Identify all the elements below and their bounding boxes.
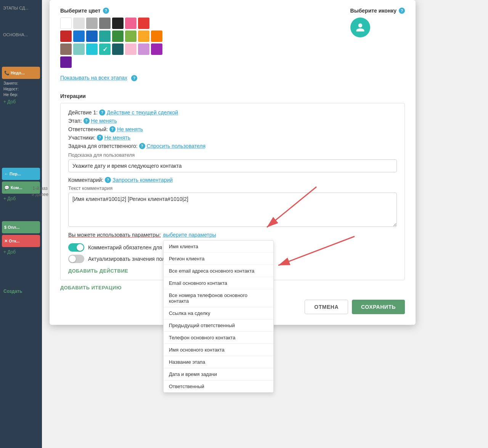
comment-value-link[interactable]: Запросить комментарий	[112, 177, 173, 183]
stage-text-2: Недост:	[2, 86, 40, 92]
add-btn-1[interactable]: + Доб	[2, 98, 40, 105]
responsible-help-icon[interactable]: ?	[109, 126, 116, 132]
params-row: Вы можете использовать параметры: выбери…	[68, 232, 397, 238]
color-swatch[interactable]	[125, 43, 136, 55]
color-swatch[interactable]	[86, 43, 98, 55]
color-swatch[interactable]	[86, 31, 98, 42]
stage-text-3: Не бер:	[2, 92, 40, 98]
color-row-1	[60, 18, 162, 29]
action-help-icon[interactable]: ?	[99, 109, 105, 116]
color-picker-label: Выберите цвет	[60, 8, 101, 14]
param-item-11[interactable]: Дата и время задачи	[164, 368, 273, 381]
stage-row: Этап: ? Не менять	[68, 118, 397, 124]
create-btn[interactable]: Создать	[2, 288, 40, 295]
param-item-10[interactable]: Название этапа	[164, 356, 273, 368]
color-swatch[interactable]	[73, 31, 85, 42]
color-swatch[interactable]	[151, 43, 162, 55]
participants-value-link[interactable]: Не менять	[104, 135, 130, 141]
color-swatch[interactable]	[60, 18, 72, 29]
icon-help-icon[interactable]: ?	[399, 8, 405, 14]
color-swatch[interactable]	[99, 31, 111, 42]
color-swatch[interactable]	[125, 31, 136, 42]
color-swatch[interactable]	[112, 43, 124, 55]
param-item-12[interactable]: Ответственный	[164, 381, 273, 392]
param-item-8[interactable]: Телефон основного контакта	[164, 332, 273, 344]
main-label: ОСНОВНА...	[0, 31, 42, 39]
params-link[interactable]: выберите параметры	[163, 232, 216, 238]
param-item-5[interactable]: Все номера телефонов основного контакта	[164, 289, 273, 307]
color-swatch[interactable]	[99, 18, 111, 29]
color-swatch[interactable]	[151, 31, 162, 42]
toggle-comment[interactable]	[68, 243, 84, 252]
toggle-actualize-label: Актуализировать значения полей...	[88, 256, 175, 262]
task-value-link[interactable]: Спросить пользователя	[147, 143, 205, 149]
stage-label: Этап:	[68, 118, 82, 124]
responsible-row: Ответственный: ? Не менять	[68, 126, 397, 132]
stage-phone[interactable]: 📞 Недо...	[2, 67, 40, 79]
comment-textarea[interactable]: [Имя клиента#1001|2] [Регион клиента#101…	[68, 193, 397, 227]
color-swatch[interactable]	[86, 18, 98, 29]
color-help-icon[interactable]: ?	[103, 8, 109, 14]
comment-label: Комментарий:	[68, 177, 103, 183]
color-row-4	[60, 56, 162, 68]
comment-text-label: Текст комментария	[68, 185, 397, 191]
comment-help-icon[interactable]: ?	[105, 177, 111, 183]
color-swatch[interactable]	[73, 18, 85, 29]
hint-input[interactable]	[68, 159, 397, 172]
add-action-btn[interactable]: ДОБАВИТЬ ДЕЙСТВИЕ	[68, 268, 128, 274]
action-row: Действие 1: ? Действие с текущей сделкой	[68, 109, 397, 116]
add-btn-3[interactable]: + Доб	[2, 249, 40, 255]
save-button[interactable]: СОХРАНИТЬ	[352, 300, 405, 314]
participants-label: Участники:	[68, 135, 95, 141]
responsible-value-link[interactable]: Не менять	[117, 126, 143, 132]
action-value-link[interactable]: Действие с текущей сделкой	[107, 109, 178, 116]
params-label: Вы можете использовать параметры:	[68, 232, 161, 238]
param-item-9[interactable]: Имя основного контакта	[164, 344, 273, 356]
color-swatch[interactable]	[60, 31, 72, 42]
icon-picker-section: Выберите иконку ?	[350, 8, 405, 68]
stage-value-link[interactable]: Не менять	[91, 118, 117, 124]
stage-payment[interactable]: $ Опл...	[2, 221, 40, 233]
icon-preview[interactable]	[350, 18, 370, 37]
show-all-stages-link[interactable]: Показывать на всех этапах	[60, 75, 127, 81]
stage-reject[interactable]: ✕ Отк...	[2, 235, 40, 247]
param-item-7[interactable]: Предыдущий ответственный	[164, 320, 273, 332]
icon-header: Выберите иконку ?	[350, 8, 405, 14]
iteration-badge: 1-й раз и далее	[32, 185, 48, 198]
color-swatch[interactable]	[138, 31, 149, 42]
participants-row: Участники: ? Не менять	[68, 135, 397, 141]
stage-help-icon[interactable]: ?	[83, 118, 90, 124]
participants-help-icon[interactable]: ?	[97, 135, 103, 141]
responsible-label: Ответственный:	[68, 126, 108, 132]
task-row: Задача для ответственного: ? Спросить по…	[68, 143, 397, 149]
param-item-4[interactable]: Email основного контакта	[164, 277, 273, 289]
color-picker-section: Выберите цвет ?	[60, 8, 162, 68]
color-swatch[interactable]	[112, 18, 124, 29]
toggle-actualize[interactable]	[68, 255, 84, 263]
param-item-1[interactable]: Имя клиента	[164, 241, 273, 253]
modal-backdrop: Выберите цвет ?	[42, 0, 488, 448]
color-swatch[interactable]	[112, 31, 124, 42]
toggle-comment-label: Комментарий обязателен для заг...	[88, 244, 175, 250]
action-label: Действие 1:	[68, 109, 98, 116]
task-label: Задача для ответственного:	[68, 143, 138, 149]
color-swatch[interactable]	[73, 43, 85, 55]
icon-picker-label: Выберите иконку	[350, 8, 396, 14]
color-row-2	[60, 31, 162, 42]
params-dropdown: Имя клиента Регион клиента Все email адр…	[163, 240, 274, 393]
color-swatch[interactable]	[60, 43, 72, 55]
stage-transfer[interactable]: ← Пер...	[2, 168, 40, 180]
color-swatch[interactable]	[125, 18, 136, 29]
param-item-2[interactable]: Регион клиента	[164, 253, 273, 265]
color-swatch[interactable]	[138, 43, 149, 55]
cancel-button[interactable]: ОТМЕНА	[305, 300, 348, 314]
color-swatch-selected[interactable]: ✓	[99, 43, 111, 55]
modal: Выберите цвет ?	[50, 0, 416, 325]
param-item-3[interactable]: Все email адреса основного контакта	[164, 265, 273, 277]
color-swatch[interactable]	[60, 56, 72, 68]
show-all-help-icon[interactable]: ?	[131, 75, 137, 81]
color-row-3: ✓	[60, 43, 162, 55]
color-swatch[interactable]	[138, 18, 149, 29]
task-help-icon[interactable]: ?	[139, 143, 145, 149]
param-item-6[interactable]: Ссылка на сделку	[164, 307, 273, 320]
